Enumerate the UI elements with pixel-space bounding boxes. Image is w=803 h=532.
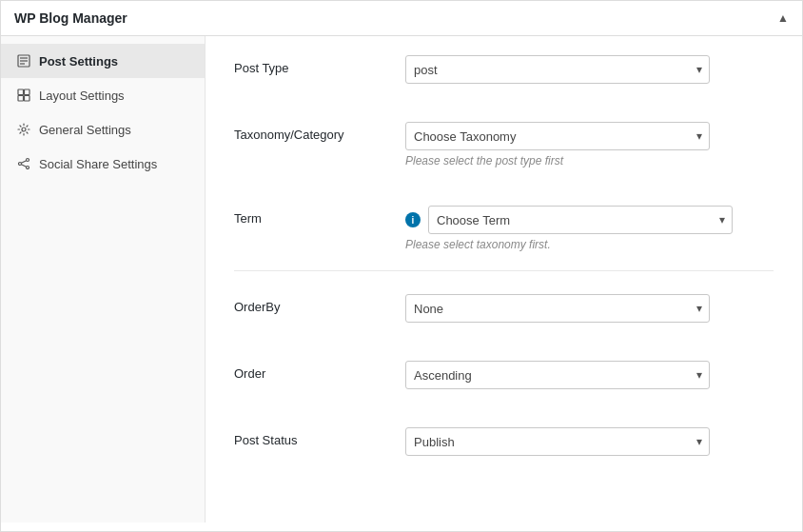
layout-settings-icon [16, 88, 31, 103]
taxonomy-label: Taxonomy/Category [234, 122, 405, 142]
order-row: Order Ascending Descending [234, 361, 774, 408]
order-select-wrapper: Ascending Descending [405, 361, 710, 389]
post-type-label: Post Type [234, 55, 405, 75]
term-control: i Choose Term Please select taxonomy fir… [405, 206, 774, 251]
svg-rect-7 [25, 96, 30, 102]
plugin-container: WP Blog Manager ▲ Post Settings [0, 0, 803, 532]
main-content: Post Type post Taxonomy/Category Choose … [206, 36, 802, 522]
post-status-label: Post Status [234, 427, 405, 447]
sidebar-label-post-settings: Post Settings [39, 54, 118, 69]
post-type-control: post [405, 55, 774, 84]
plugin-header: WP Blog Manager ▲ [1, 1, 802, 36]
term-row: Term i Choose Term Please select taxonom… [234, 206, 774, 271]
taxonomy-hint: Please select the post type first [405, 154, 774, 167]
sidebar-item-layout-settings[interactable]: Layout Settings [1, 78, 205, 112]
sidebar-item-post-settings[interactable]: Post Settings [1, 44, 205, 78]
order-control: Ascending Descending [405, 361, 774, 389]
order-select[interactable]: Ascending Descending [405, 361, 710, 389]
orderby-select-wrapper: None [405, 294, 710, 323]
sidebar-label-general-settings: General Settings [39, 123, 131, 137]
plugin-body: Post Settings Layout Settings [1, 36, 802, 522]
post-settings-icon [16, 53, 31, 69]
order-label: Order [234, 361, 405, 381]
taxonomy-select[interactable]: Choose Taxonomy [405, 122, 710, 150]
plugin-title: WP Blog Manager [14, 10, 127, 26]
svg-line-13 [21, 165, 26, 167]
term-select[interactable]: Choose Term [428, 206, 733, 234]
svg-point-11 [27, 167, 29, 169]
social-share-settings-icon [16, 156, 31, 171]
term-label: Term [234, 206, 405, 226]
term-info-icon[interactable]: i [405, 212, 421, 227]
term-control-inner: i Choose Term [405, 206, 774, 234]
sidebar-label-layout-settings: Layout Settings [39, 89, 125, 103]
sidebar-label-social-share-settings: Social Share Settings [39, 157, 157, 171]
post-type-select[interactable]: post [405, 55, 710, 84]
term-hint: Please select taxonomy first. [405, 238, 774, 251]
post-status-select[interactable]: Publish Draft Private [405, 427, 710, 456]
taxonomy-control: Choose Taxonomy Please select the post t… [405, 122, 774, 167]
post-type-row: Post Type post [234, 55, 774, 103]
orderby-row: OrderBy None [234, 294, 774, 342]
orderby-label: OrderBy [234, 294, 405, 314]
svg-point-8 [22, 128, 26, 131]
sidebar-item-general-settings[interactable]: General Settings [1, 112, 205, 147]
svg-rect-5 [25, 89, 30, 95]
svg-point-9 [27, 159, 29, 162]
sidebar-item-social-share-settings[interactable]: Social Share Settings [1, 147, 205, 181]
term-select-wrapper: Choose Term [428, 206, 733, 234]
collapse-arrow-icon[interactable]: ▲ [777, 11, 789, 25]
post-status-select-wrapper: Publish Draft Private [405, 427, 710, 456]
sidebar: Post Settings Layout Settings [1, 36, 206, 522]
post-status-row: Post Status Publish Draft Private [234, 427, 774, 475]
post-status-control: Publish Draft Private [405, 427, 774, 456]
taxonomy-row: Taxonomy/Category Choose Taxonomy Please… [234, 122, 774, 187]
orderby-select[interactable]: None [405, 294, 710, 323]
svg-rect-4 [18, 89, 24, 95]
general-settings-icon [16, 122, 31, 137]
post-type-select-wrapper: post [405, 55, 710, 84]
svg-point-10 [19, 163, 22, 166]
orderby-control: None [405, 294, 774, 323]
svg-line-12 [21, 161, 26, 163]
svg-rect-6 [18, 96, 24, 102]
taxonomy-select-wrapper: Choose Taxonomy [405, 122, 710, 150]
